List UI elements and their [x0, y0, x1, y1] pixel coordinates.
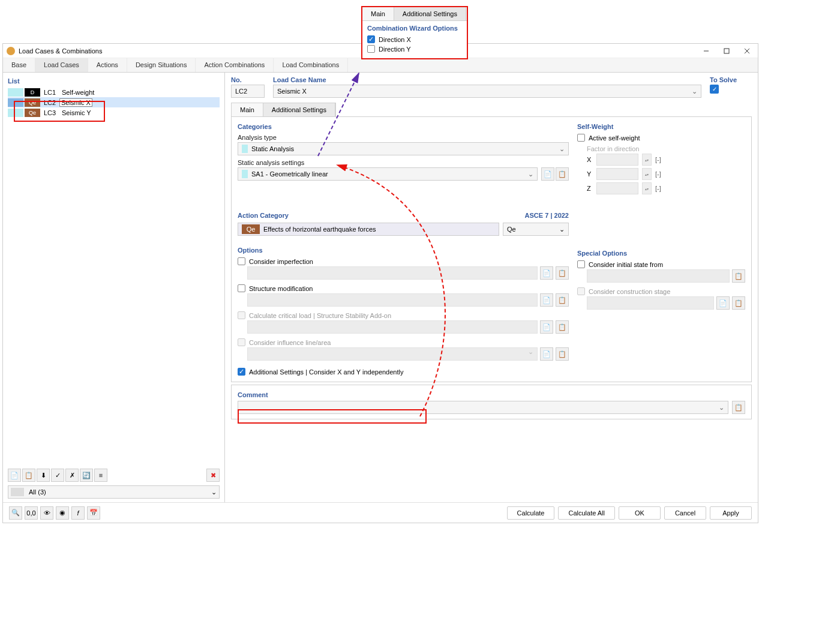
- initial-state-input: [587, 269, 730, 283]
- window-title: Load Cases & Combinations: [19, 47, 102, 55]
- axis-x-label: X: [587, 156, 593, 163]
- name-input[interactable]: Seismic X⌄: [273, 85, 701, 98]
- check-button[interactable]: ✓: [51, 469, 64, 482]
- direction-x-checkbox[interactable]: ✓: [367, 35, 375, 43]
- construction-checkbox: [577, 287, 585, 295]
- popup-tab-additional[interactable]: Additional Settings: [394, 7, 466, 20]
- icon-button[interactable]: 📄: [540, 320, 553, 334]
- icon-button[interactable]: 📄: [716, 296, 730, 310]
- special-options-title: Special Options: [577, 250, 745, 257]
- action-category-display[interactable]: Qe Effects of horizontal earthquake forc…: [238, 223, 499, 236]
- close-button[interactable]: [740, 45, 754, 57]
- copy-button[interactable]: 📋: [22, 469, 35, 482]
- calculate-button[interactable]: Calculate: [507, 506, 555, 520]
- tab-main[interactable]: Main: [232, 103, 263, 116]
- to-solve-checkbox[interactable]: ✓: [710, 85, 719, 94]
- icon-button[interactable]: 📋: [732, 296, 745, 310]
- tab-additional-settings[interactable]: Additional Settings: [263, 103, 335, 116]
- color-swatch: [242, 145, 248, 153]
- factor-x-input: [596, 154, 638, 166]
- initial-state-checkbox[interactable]: [577, 260, 585, 268]
- icon-button[interactable]: 📋: [556, 266, 569, 280]
- unit-label: [-]: [655, 156, 661, 163]
- refresh-button[interactable]: 🔄: [80, 469, 93, 482]
- additional-settings-checkbox[interactable]: ✓: [238, 368, 245, 376]
- minimize-button[interactable]: [699, 45, 713, 57]
- initial-state-label: Consider initial state from: [589, 261, 663, 268]
- icon-button[interactable]: 📋: [556, 347, 569, 361]
- additional-settings-label: Additional Settings | Consider X and Y i…: [249, 368, 403, 376]
- main-window: Load Cases & Combinations Base Load Case…: [2, 43, 758, 523]
- apply-button[interactable]: Apply: [710, 506, 752, 520]
- lc-name: Self-weight: [59, 89, 94, 96]
- list-row-lc1[interactable]: D LC1 Self-weight: [8, 87, 220, 97]
- tab-action-combinations[interactable]: Action Combinations: [196, 58, 274, 72]
- units-button[interactable]: 0,0: [25, 506, 38, 520]
- uncheck-button[interactable]: ✗: [65, 469, 79, 482]
- calendar-button[interactable]: 📅: [87, 506, 100, 520]
- chevron-down-icon: ⌄: [559, 145, 565, 153]
- axis-z-label: Z: [587, 185, 593, 192]
- structure-mod-checkbox[interactable]: [238, 284, 245, 292]
- tab-base[interactable]: Base: [3, 58, 35, 72]
- right-panel: No. LC2 Load Case Name Seismic X⌄ To Sol…: [225, 73, 758, 502]
- chevron-down-icon: ⌄: [719, 404, 728, 412]
- icon-button[interactable]: 📄: [540, 347, 553, 361]
- search-button[interactable]: 🔍: [9, 506, 22, 520]
- direction-y-checkbox[interactable]: [367, 45, 375, 53]
- unit-label: [-]: [655, 185, 661, 192]
- annotation-box: [14, 101, 105, 122]
- list-toolbar: 📄 📋 ⬇ ✓ ✗ 🔄 ≡ ✖: [8, 466, 220, 484]
- sort-button[interactable]: ≡: [94, 469, 107, 482]
- active-selfweight-checkbox[interactable]: [577, 134, 585, 142]
- delete-button[interactable]: ✖: [206, 469, 220, 482]
- icon-button[interactable]: 📋: [732, 269, 745, 283]
- chevron-down-icon: ⌄: [692, 88, 697, 95]
- maximize-button[interactable]: [719, 45, 734, 57]
- analysis-type-select[interactable]: Static Analysis ⌄: [238, 142, 569, 155]
- static-settings-select[interactable]: SA1 - Geometrically linear ⌄: [238, 167, 538, 181]
- tab-design-situations[interactable]: Design Situations: [127, 58, 196, 72]
- stepper-icon: ▴▾: [642, 168, 652, 180]
- chevron-down-icon: ⌄: [208, 488, 219, 496]
- fx-button[interactable]: f: [71, 506, 85, 520]
- list-filter[interactable]: All (3) ⌄: [8, 485, 220, 499]
- no-input[interactable]: LC2: [231, 85, 265, 98]
- edit-settings-button[interactable]: 📋: [556, 167, 569, 181]
- icon-button[interactable]: 📄: [540, 266, 553, 280]
- detail-tabs: Main Additional Settings: [231, 103, 336, 116]
- tab-load-combinations[interactable]: Load Combinations: [274, 58, 348, 72]
- direction-x-label: Direction X: [379, 36, 411, 43]
- icon-button[interactable]: 📄: [540, 293, 553, 307]
- footer: 🔍 0,0 👁 ◉ f 📅 Calculate Calculate All OK…: [3, 502, 758, 523]
- popup-tab-main[interactable]: Main: [362, 7, 394, 20]
- options-title: Options: [238, 247, 569, 254]
- cancel-button[interactable]: Cancel: [664, 506, 706, 520]
- chevron-down-icon: ⌄: [559, 226, 565, 233]
- stepper-icon: ▴▾: [642, 182, 652, 194]
- active-selfweight-label: Active self-weight: [589, 134, 640, 142]
- stepper-icon: ▴▾: [642, 154, 652, 166]
- comment-icon-button[interactable]: 📋: [732, 401, 745, 414]
- color-chip: [8, 88, 23, 97]
- imperfection-checkbox[interactable]: [238, 257, 245, 265]
- comment-input[interactable]: ⌄: [238, 401, 728, 414]
- new-settings-button[interactable]: 📄: [541, 167, 554, 181]
- action-category-select[interactable]: Qe⌄: [503, 223, 569, 236]
- influence-label: Consider influence line/area: [249, 339, 331, 346]
- tab-load-cases[interactable]: Load Cases: [35, 58, 88, 72]
- icon-button[interactable]: 📋: [556, 320, 569, 334]
- factor-label: Factor in direction: [587, 145, 745, 152]
- critical-load-checkbox: [238, 311, 245, 319]
- tab-actions[interactable]: Actions: [88, 58, 127, 72]
- ok-button[interactable]: OK: [619, 506, 661, 520]
- factor-y-input: [596, 168, 638, 180]
- down-button[interactable]: ⬇: [37, 469, 50, 482]
- icon-button[interactable]: 📋: [556, 293, 569, 307]
- lc-id: LC1: [41, 89, 59, 96]
- view-button[interactable]: 👁: [40, 506, 53, 520]
- color-button[interactable]: ◉: [56, 506, 69, 520]
- new-item-button[interactable]: 📄: [8, 469, 21, 482]
- calculate-all-button[interactable]: Calculate All: [558, 506, 615, 520]
- load-case-list: D LC1 Self-weight Qe LC2 Seismic X Qe LC…: [8, 87, 220, 466]
